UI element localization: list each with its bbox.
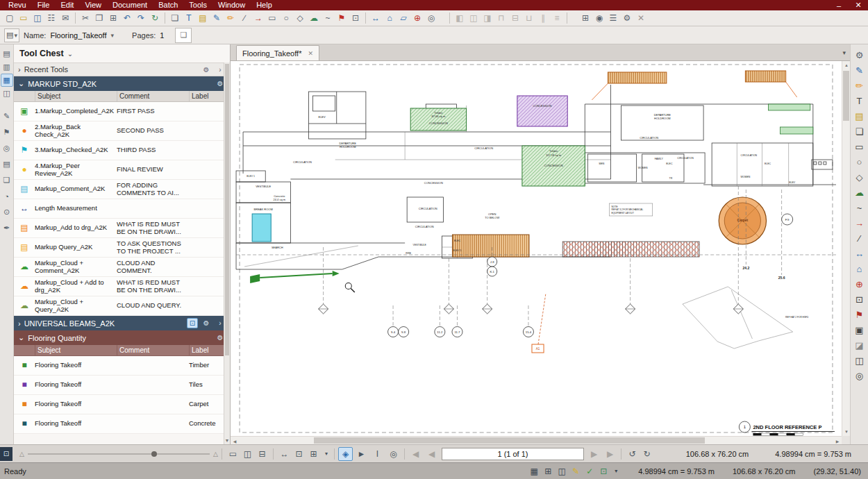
highlighter-tool-icon[interactable]: ✏ <box>853 78 867 93</box>
flooring-row[interactable]: ■ Flooring Takeoff Timber <box>14 356 230 376</box>
horizontal-scrollbar[interactable]: ◀ ▶ <box>231 436 842 444</box>
section-universal-beams[interactable]: › UNIVERSAL BEAMS_A2K ⊡ ⚙ › <box>14 316 230 330</box>
name-value[interactable]: Flooring_Takeoff <box>50 31 106 40</box>
snapshot-tool-icon[interactable]: ⊡ <box>853 292 867 307</box>
polyline-tool-icon[interactable]: ~ <box>853 200 867 215</box>
zoom-options-caret-icon[interactable]: ▾ <box>322 447 331 461</box>
stamp-tool-icon[interactable]: ⚑ <box>853 307 867 322</box>
align-top-icon[interactable]: ⊓ <box>494 12 508 25</box>
close-button[interactable]: ✕ <box>849 1 868 10</box>
flooring-row[interactable]: ■ Flooring Takeoff Tiles <box>14 376 230 395</box>
menu-item[interactable]: View <box>79 0 107 10</box>
split-view-icon[interactable]: ◫ <box>853 353 867 368</box>
markup-lock-icon[interactable]: ◫ <box>555 464 569 478</box>
page-setup-button[interactable]: ❏ <box>175 28 192 43</box>
eraser-tool-icon[interactable]: ◪ <box>853 337 867 353</box>
gear-icon[interactable]: ⚙ <box>201 318 212 328</box>
drawing-canvas[interactable]: 9.4 9.8 11.2 11.7 15.4 J.8 K.1 F.9 24.2 … <box>231 61 850 444</box>
horizontal-scroll-thumb[interactable] <box>314 437 705 444</box>
panel-thumbnails-icon[interactable]: ▥ <box>1 60 13 74</box>
panel-markup-pencil-icon[interactable]: ✎ <box>1 110 13 123</box>
previous-view-icon[interactable]: ↺ <box>625 447 640 461</box>
fit-page-icon[interactable]: ⊡ <box>292 447 306 461</box>
settings-gear-icon[interactable]: ⚙ <box>620 12 634 25</box>
image-tool-icon[interactable]: ▣ <box>853 322 867 337</box>
menu-item[interactable]: Document <box>107 0 153 10</box>
rectangle-tool-icon[interactable]: ▭ <box>853 139 867 154</box>
flooring-row[interactable]: ■ Flooring Takeoff Concrete <box>14 414 230 434</box>
split-horizontal-icon[interactable]: ⊟ <box>255 447 269 461</box>
copy-icon[interactable]: ❐ <box>92 12 106 25</box>
snapshot-tool-icon[interactable]: ⊡ <box>349 12 362 25</box>
open-file-icon[interactable]: ▭ <box>17 12 31 25</box>
panel-toggle-icon[interactable]: ⊡ <box>0 447 12 461</box>
panel-signature-icon[interactable]: ✒ <box>1 221 13 235</box>
menu-item[interactable]: Help <box>251 0 278 10</box>
fit-width-icon[interactable]: ↔ <box>277 447 292 461</box>
align-middle-icon[interactable]: ⊟ <box>508 12 522 25</box>
panel-spaces-icon[interactable]: ⊙ <box>1 205 13 219</box>
callout-tool-icon[interactable]: ❏ <box>853 124 867 139</box>
stamp-tool-icon[interactable]: ⚑ <box>335 12 349 25</box>
object-snap-icon[interactable]: ⊞ <box>541 464 555 478</box>
email-icon[interactable]: ✉ <box>58 12 72 25</box>
area-tool-icon[interactable]: ⌂ <box>853 261 867 276</box>
next-page-icon[interactable]: ▶ <box>587 447 601 461</box>
markup-green-tag-1[interactable] <box>769 104 810 110</box>
properties-gear-icon[interactable]: ⚙ <box>853 47 867 62</box>
undo-icon[interactable]: ↶ <box>120 12 134 25</box>
callout-tool-icon[interactable]: ❏ <box>168 12 182 25</box>
slider-decrease-icon[interactable]: △ <box>19 451 24 457</box>
vertical-scrollbar[interactable]: ▲ ▼ <box>842 61 850 436</box>
menu-item[interactable]: Edit <box>55 0 79 10</box>
highlighter-tool-icon[interactable]: ✏ <box>224 12 237 25</box>
menu-item[interactable]: Batch <box>153 0 183 10</box>
align-right-icon[interactable]: ◨ <box>481 12 494 25</box>
scroll-up-icon[interactable]: ▲ <box>842 61 851 69</box>
detail-view-icon[interactable]: ⊡ <box>187 318 198 328</box>
line-tool-icon[interactable]: ∕ <box>237 12 251 25</box>
zoom-tool-icon[interactable]: ◎ <box>853 368 867 383</box>
vertical-scroll-thumb[interactable] <box>843 71 849 121</box>
name-caret-icon[interactable]: ▾ <box>111 32 115 39</box>
save-icon[interactable]: ◫ <box>31 12 44 25</box>
select-cursor-icon[interactable]: ► <box>354 447 369 461</box>
markup-mode-icon[interactable]: ⊡ <box>596 464 610 478</box>
toolchest-size-slider[interactable]: △ △ <box>19 451 218 457</box>
text-tool-icon[interactable]: T <box>182 12 196 25</box>
cloud-tool-icon[interactable]: ☁ <box>307 12 321 25</box>
panel-search-icon[interactable]: ◎ <box>1 142 13 155</box>
snap-toggle-icon[interactable]: ◈ <box>338 447 353 461</box>
align-left-icon[interactable]: ◧ <box>453 12 467 25</box>
tool-chest-row[interactable]: ● 2.Markup_Back Check_A2K SECOND PASS <box>14 121 230 141</box>
area-measure-icon[interactable]: ⌂ <box>383 12 397 25</box>
flooring-row[interactable]: ■ Flooring Takeoff Carpet <box>14 395 230 414</box>
tool-chest-row[interactable]: ☁ Markup_Cloud + Add to drg_A2K WHAT IS … <box>14 277 230 296</box>
text-select-icon[interactable]: I <box>370 447 385 461</box>
markup-green-tag-2[interactable] <box>781 127 813 134</box>
length-measure-icon[interactable]: ↔ <box>369 12 383 25</box>
panel-bookmarks-icon[interactable]: ◫ <box>1 87 13 100</box>
slider-thumb[interactable] <box>151 451 157 457</box>
prev-page-icon[interactable]: ◀ <box>424 447 439 461</box>
grid-snap-icon[interactable]: ▦ <box>527 464 541 478</box>
markup-carpet-canopy-1[interactable] <box>608 72 666 83</box>
snap-settings-caret-icon[interactable]: ▾ <box>612 464 620 478</box>
first-page-icon[interactable]: ◀ <box>408 447 423 461</box>
menu-item[interactable]: Window <box>212 0 251 10</box>
refresh-icon[interactable]: ↻ <box>148 12 162 25</box>
pen-tool-icon[interactable]: ✎ <box>853 62 867 78</box>
pen-tool-icon[interactable]: ✎ <box>210 12 224 25</box>
tab-close-icon[interactable]: ✕ <box>308 50 313 57</box>
count-measure-icon[interactable]: ⊕ <box>410 12 424 25</box>
polygon-tool-icon[interactable]: ◇ <box>853 169 867 185</box>
paste-icon[interactable]: ⊞ <box>106 12 120 25</box>
section-markup-std[interactable]: ⌄ MARKUP STD_A2K ⚙ <box>14 76 230 91</box>
tool-chest-row[interactable]: ▣ 1.Markup_Completed_A2K FIRST PASS <box>14 102 230 121</box>
section-flooring-quantity[interactable]: ⌄ Flooring Quantity ⚙ <box>14 330 230 345</box>
arrow-tool-icon[interactable]: → <box>251 12 265 25</box>
tool-chest-row[interactable]: ● 4.Markup_Peer Review_A2K FINAL REVIEW <box>14 160 230 180</box>
scroll-left-icon[interactable]: ◀ <box>231 437 239 445</box>
floor-plan[interactable]: 9.4 9.8 11.2 11.7 15.4 J.8 K.1 F.9 24.2 … <box>231 61 842 436</box>
ellipse-tool-icon[interactable]: ○ <box>853 154 867 169</box>
